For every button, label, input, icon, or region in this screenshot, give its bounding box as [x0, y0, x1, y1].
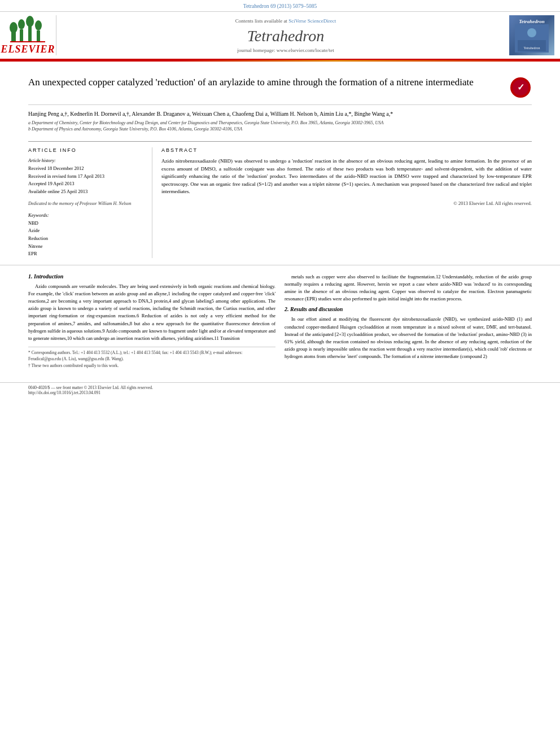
keyword-azide: Azide — [28, 227, 144, 235]
elsevier-logo: ELSEVIER — [6, 15, 56, 55]
affiliation-b: b Department of Physics and Astronomy, G… — [28, 126, 532, 132]
dedication-text: Dedicated to the memory of Professor Wil… — [28, 200, 144, 207]
authors-section: Hanjing Peng a,†, Kednerlin H. Dornevil … — [28, 105, 532, 134]
abstract-heading: ABSTRACT — [161, 147, 532, 153]
section1-body: Azido compounds are versatile molecules.… — [28, 283, 275, 342]
article-title: An unexpected copper catalyzed 'reductio… — [28, 76, 509, 89]
article-history: Article history: Received 18 December 20… — [28, 158, 144, 195]
svg-rect-2 — [20, 29, 23, 42]
keyword-reduction: Reduction — [28, 235, 144, 243]
abstract-column: ABSTRACT Azido nitrobenzoxadiazole (NBD)… — [161, 147, 532, 257]
elsevier-text: ELSEVIER — [1, 43, 55, 55]
svg-rect-0 — [11, 32, 16, 42]
accepted-date: Accepted 19 April 2013 — [28, 180, 144, 188]
keyword-nitrene: Nitrene — [28, 243, 144, 251]
body-left-column: 1. Introduction Azido compounds are vers… — [28, 273, 275, 369]
svg-rect-8 — [10, 41, 45, 42]
author-names: Hanjing Peng a,†, Kednerlin H. Dornevil … — [28, 110, 532, 118]
affiliation-a: a Department of Chemistry, Center for Bi… — [28, 120, 532, 126]
revised-date: Received in revised form 17 April 2013 — [28, 173, 144, 181]
info-abstract-section: ARTICLE INFO Article history: Received 1… — [28, 141, 532, 257]
elsevier-tree-icon — [8, 15, 48, 43]
keywords-section: Keywords: NBD Azide Reduction Nitrene EP… — [28, 212, 144, 258]
svg-point-5 — [26, 16, 34, 27]
bottom-copyright: 0040-4020/$ — see front matter © 2013 El… — [28, 385, 532, 390]
crossmark-badge[interactable]: ✓ — [509, 76, 532, 99]
svg-rect-4 — [28, 27, 32, 42]
svg-point-1 — [10, 22, 18, 33]
footnote-2: † These two authors contributed equally … — [28, 362, 275, 369]
cover-image-icon: Tetrahedron — [515, 24, 549, 53]
crossmark-icon: ✓ — [510, 77, 531, 98]
history-label: Article history: — [28, 158, 144, 165]
svg-rect-6 — [37, 30, 40, 42]
journal-homepage: journal homepage: www.elsevier.com/locat… — [237, 47, 334, 53]
section1-title: 1. Introduction — [28, 273, 275, 279]
article-info-column: ARTICLE INFO Article history: Received 1… — [28, 147, 152, 257]
volume-info: Tetrahedron 69 (2013) 5079–5085 — [0, 0, 560, 12]
journal-header: ELSEVIER Contents lists available at Sci… — [0, 12, 560, 60]
svg-text:Tetrahedron: Tetrahedron — [524, 46, 540, 50]
footnote-section: * Corresponding authors. Tel.: +1 404 41… — [28, 347, 275, 369]
keyword-epr: EPR — [28, 250, 144, 258]
keyword-nbd: NBD — [28, 220, 144, 228]
abstract-text: Azido nitrobenzoxadiazole (NBD) was obse… — [161, 158, 532, 196]
footnote-1: * Corresponding authors. Tel.: +1 404 41… — [28, 350, 275, 362]
body-right-column: metals such as copper were also observed… — [285, 273, 532, 369]
bottom-doi-link[interactable]: http://dx.doi.org/10.1016/j.tet.2013.04.… — [28, 390, 532, 395]
section2-body: In our effort aimed at modifying the flu… — [285, 316, 532, 360]
svg-point-7 — [35, 20, 42, 30]
copyright-text: © 2013 Elsevier Ltd. All rights reserved… — [161, 200, 532, 206]
section1-paragraph: Azido compounds are versatile molecules.… — [28, 283, 275, 342]
journal-title-section: Contents lists available at SciVerse Sci… — [62, 15, 509, 55]
journal-cover-image: Tetrahedron Tetrahedron — [509, 15, 554, 55]
available-date: Available online 25 April 2013 — [28, 188, 144, 196]
svg-point-10 — [527, 28, 536, 37]
received-date: Received 18 December 2012 — [28, 165, 144, 173]
bottom-bar: 0040-4020/$ — see front matter © 2013 El… — [0, 382, 560, 397]
main-body: 1. Introduction Azido compounds are vers… — [0, 265, 560, 377]
section1-continuation: metals such as copper were also observed… — [285, 273, 532, 303]
article-info-heading: ARTICLE INFO — [28, 147, 144, 153]
title-section: An unexpected copper catalyzed 'reductio… — [28, 68, 532, 105]
keywords-label: Keywords: — [28, 212, 144, 218]
svg-point-3 — [18, 19, 25, 29]
section1-right-para: metals such as copper were also observed… — [285, 273, 532, 303]
svg-text:✓: ✓ — [517, 82, 524, 92]
section2-paragraph: In our effort aimed at modifying the flu… — [285, 316, 532, 360]
sciverse-line: Contents lists available at SciVerse Sci… — [235, 18, 336, 24]
svg-rect-11 — [518, 40, 546, 51]
article-content: An unexpected copper catalyzed 'reductio… — [0, 62, 560, 265]
journal-title: Tetrahedron — [247, 27, 324, 45]
section2-title: 2. Results and discussion — [285, 306, 532, 312]
sciverse-link[interactable]: SciVerse ScienceDirect — [288, 18, 336, 24]
crossmark-symbol-icon: ✓ — [512, 79, 529, 96]
